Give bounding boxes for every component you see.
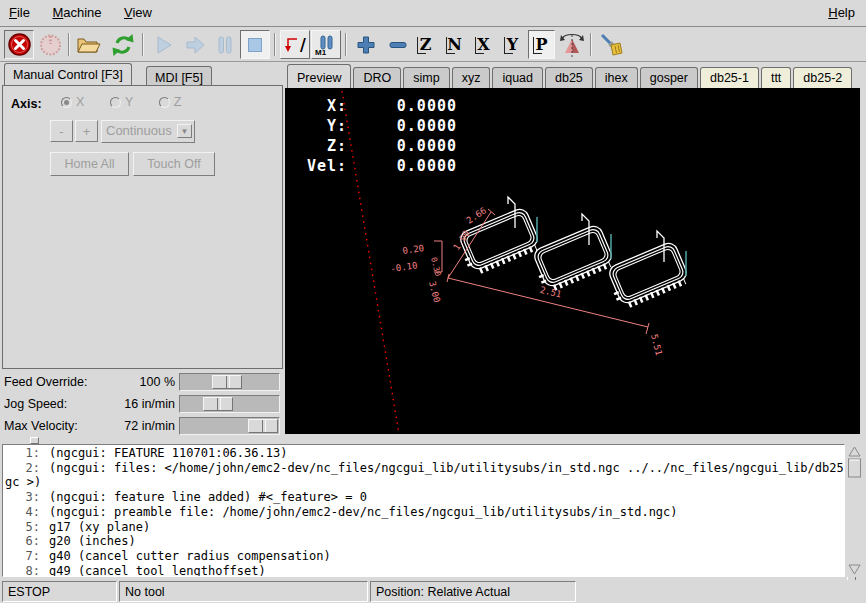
skip-lines-icon bbox=[284, 34, 299, 56]
pocket-path-3 bbox=[606, 241, 690, 308]
bracket-mark bbox=[533, 37, 542, 54]
stop-icon bbox=[243, 33, 267, 57]
axis-radio-z[interactable]: Z bbox=[159, 95, 182, 109]
home-all-button[interactable]: Home All bbox=[50, 152, 129, 176]
scroll-up-icon[interactable] bbox=[849, 447, 860, 456]
view-rotated-top-button[interactable]: N bbox=[441, 30, 468, 59]
tab-manual-control[interactable]: Manual Control [F3] bbox=[4, 63, 132, 85]
menu-file[interactable]: File bbox=[0, 0, 39, 24]
preview-tabs: Preview DRO simp xyz iquad db25 ihex gos… bbox=[287, 62, 866, 88]
max-velocity-handle[interactable] bbox=[248, 419, 278, 433]
gcode-line: 8:g49 (cancel tool lengthoffset) bbox=[3, 564, 844, 577]
gcode-listing[interactable]: 1:(ngcgui: FEATURE 110701:06.36.13) 2:(n… bbox=[2, 444, 845, 577]
machine-power-icon bbox=[38, 32, 63, 57]
optional-pause-toggle[interactable]: M1 bbox=[311, 30, 341, 59]
menu-help[interactable]: Help bbox=[819, 0, 864, 24]
tab-db25-2[interactable]: db25-2 bbox=[793, 67, 852, 88]
jog-minus-button[interactable]: - bbox=[50, 120, 73, 142]
tab-ttt[interactable]: ttt bbox=[761, 67, 791, 88]
jog-plus-button[interactable]: + bbox=[75, 120, 98, 142]
feed-override-handle[interactable] bbox=[212, 375, 242, 389]
line-text: (ngcgui: files: </home/john/emc2-dev/nc_… bbox=[49, 461, 845, 476]
bracket-mark bbox=[475, 37, 484, 54]
dim-y-length: 1.90 bbox=[451, 229, 471, 253]
max-velocity-value: 72 in/min bbox=[80, 419, 175, 433]
open-file-button[interactable] bbox=[73, 30, 103, 59]
view-top-button[interactable]: Z bbox=[412, 30, 439, 59]
touch-off-button[interactable]: Touch Off bbox=[133, 152, 215, 176]
scroll-down-icon[interactable] bbox=[849, 565, 860, 574]
jog-speed-row: Jog Speed: 16 in/min bbox=[0, 394, 284, 415]
zoom-out-button[interactable] bbox=[383, 30, 413, 59]
clear-plot-button[interactable] bbox=[596, 30, 626, 59]
jog-speed-slider[interactable] bbox=[179, 395, 280, 413]
gcode-scrollbar[interactable] bbox=[846, 444, 863, 577]
reload-file-button[interactable] bbox=[108, 30, 138, 59]
max-velocity-slider[interactable] bbox=[179, 417, 280, 435]
axis-z-label: Z bbox=[174, 95, 182, 109]
toolbar: / M1 Z N X Y P bbox=[0, 28, 866, 62]
gcode-line: 2:(ngcgui: files: </home/john/emc2-dev/n… bbox=[3, 461, 844, 476]
tab-dro[interactable]: DRO bbox=[353, 67, 401, 88]
rotate-view-toggle[interactable] bbox=[557, 30, 587, 59]
axis-radio-y[interactable]: Y bbox=[110, 95, 133, 109]
tab-gosper[interactable]: gosper bbox=[640, 67, 698, 88]
tab-preview[interactable]: Preview bbox=[287, 64, 351, 88]
line-text: g17 (xy plane) bbox=[49, 520, 150, 535]
line-text: g20 (inches) bbox=[49, 534, 136, 549]
skip-lines-toggle[interactable]: / bbox=[280, 30, 310, 59]
dro-z-value: 0.0000 bbox=[347, 136, 457, 156]
tab-xyz[interactable]: xyz bbox=[452, 67, 491, 88]
step-button[interactable] bbox=[180, 30, 210, 59]
open-folder-icon bbox=[75, 33, 101, 57]
pocket-path-2 bbox=[531, 224, 615, 291]
jog-mode-select[interactable]: Continuous ▼ bbox=[101, 120, 195, 143]
zoom-in-button[interactable] bbox=[351, 30, 381, 59]
jog-mode-value: Continuous bbox=[106, 123, 172, 138]
view-front-button[interactable]: Y bbox=[499, 30, 526, 59]
gcode-line: 1:(ngcgui: FEATURE 110701:06.36.13) bbox=[3, 446, 844, 461]
menu-view[interactable]: View bbox=[115, 0, 161, 24]
dim-x-min: 3.00 bbox=[427, 280, 442, 303]
menu-machine[interactable]: Machine bbox=[43, 0, 110, 24]
machine-power-button[interactable] bbox=[35, 30, 65, 59]
dro-vel-label: Vel: bbox=[295, 156, 347, 176]
status-bar: ESTOP No tool Position: Relative Actual bbox=[0, 580, 866, 603]
axis-radio-x[interactable]: X bbox=[61, 95, 84, 109]
line-text: g49 (cancel tool lengthoffset) bbox=[49, 564, 266, 577]
toolbar-separator bbox=[345, 33, 346, 56]
gcode-line: 3:(ngcgui: feature line added) #<_featur… bbox=[3, 490, 844, 505]
axis-window: { "menu": { "items": ["File", "Machine",… bbox=[0, 0, 866, 603]
scroll-thumb[interactable] bbox=[849, 459, 861, 477]
tab-simp[interactable]: simp bbox=[403, 67, 449, 88]
scrollbar-graphic bbox=[846, 444, 863, 577]
bracket-mark bbox=[446, 37, 455, 54]
status-tool: No tool bbox=[119, 581, 368, 602]
broom-icon bbox=[598, 32, 624, 58]
pane-sash-grip[interactable] bbox=[30, 437, 39, 444]
jog-speed-handle[interactable] bbox=[203, 397, 233, 411]
status-position-mode: Position: Relative Actual bbox=[370, 581, 576, 602]
pause-button[interactable] bbox=[210, 30, 240, 59]
toolbar-separator bbox=[68, 33, 69, 56]
pause-icon bbox=[213, 33, 237, 57]
stop-button[interactable] bbox=[240, 30, 270, 59]
gcode-line: 5:g17 (xy plane) bbox=[3, 520, 844, 535]
dim-x-max: 5.51 bbox=[649, 333, 664, 356]
tab-db25-1[interactable]: db25-1 bbox=[700, 67, 759, 88]
preview-canvas[interactable]: 2.51 5.51 3.00 1.90 2.66 0.20 -0.10 0.30… bbox=[285, 88, 860, 434]
feed-override-slider[interactable] bbox=[179, 373, 280, 391]
view-side-button[interactable]: X bbox=[470, 30, 497, 59]
tab-db25[interactable]: db25 bbox=[545, 67, 593, 88]
line-text: (ngcgui: preamble file: /home/john/emc2-… bbox=[49, 505, 678, 520]
max-velocity-label: Max Velocity: bbox=[4, 419, 78, 433]
line-text: gc >) bbox=[3, 475, 41, 490]
tab-ihex[interactable]: ihex bbox=[595, 67, 638, 88]
view-perspective-button[interactable]: P bbox=[528, 30, 555, 59]
run-button[interactable] bbox=[148, 30, 178, 59]
tab-iquad[interactable]: iquad bbox=[492, 67, 543, 88]
axis-x-label: X bbox=[76, 95, 84, 109]
line-number: 2: bbox=[3, 461, 49, 476]
estop-button[interactable] bbox=[4, 30, 34, 59]
feed-override-row: Feed Override: 100 % bbox=[0, 372, 284, 393]
